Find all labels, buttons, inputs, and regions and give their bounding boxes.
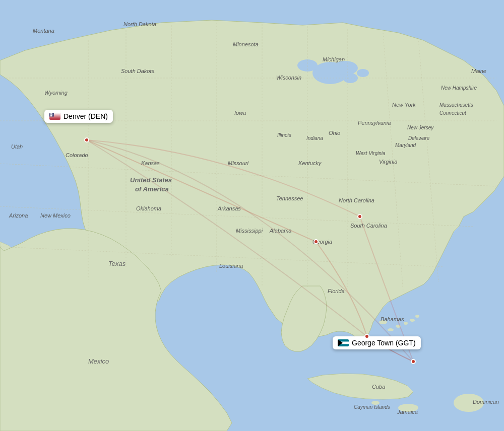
svg-point-4 bbox=[333, 61, 358, 75]
svg-text:Maine: Maine bbox=[471, 68, 486, 74]
us-flag-icon bbox=[49, 113, 60, 120]
svg-text:Oklahoma: Oklahoma bbox=[136, 205, 161, 211]
waypoint-miami bbox=[364, 334, 369, 339]
svg-point-91 bbox=[50, 113, 51, 114]
svg-point-97 bbox=[50, 114, 51, 115]
denver-dot bbox=[84, 137, 89, 142]
george-town-label-text: George Town (GGT) bbox=[352, 339, 416, 347]
svg-text:Ohio: Ohio bbox=[329, 130, 340, 136]
svg-point-98 bbox=[51, 114, 52, 115]
svg-text:Indiana: Indiana bbox=[306, 135, 323, 141]
svg-point-93 bbox=[50, 114, 50, 114]
denver-label[interactable]: Denver (DEN) bbox=[44, 110, 113, 123]
svg-text:Dominican: Dominican bbox=[473, 399, 499, 405]
svg-text:Mississippi: Mississippi bbox=[236, 228, 263, 234]
svg-text:United States: United States bbox=[130, 176, 172, 184]
svg-point-100 bbox=[50, 115, 51, 116]
svg-point-102 bbox=[50, 116, 50, 116]
svg-text:Minnesota: Minnesota bbox=[233, 41, 259, 47]
george-town-dot bbox=[411, 359, 416, 364]
svg-text:South Dakota: South Dakota bbox=[121, 68, 155, 74]
svg-point-106 bbox=[52, 114, 53, 115]
svg-point-103 bbox=[50, 116, 51, 116]
svg-text:New York: New York bbox=[392, 102, 416, 108]
svg-text:Michigan: Michigan bbox=[323, 56, 345, 62]
svg-text:South Carolina: South Carolina bbox=[350, 223, 387, 229]
svg-point-96 bbox=[50, 114, 50, 115]
svg-text:Florida: Florida bbox=[328, 288, 345, 294]
svg-text:Connecticut: Connecticut bbox=[439, 110, 467, 116]
svg-text:Utah: Utah bbox=[11, 143, 23, 150]
bahamas-flag-icon bbox=[338, 339, 349, 346]
svg-text:Massachusetts: Massachusetts bbox=[439, 102, 473, 108]
svg-point-10 bbox=[410, 319, 415, 322]
svg-rect-84 bbox=[49, 117, 60, 117]
svg-point-108 bbox=[52, 115, 53, 116]
svg-text:Mexico: Mexico bbox=[88, 357, 109, 365]
svg-rect-88 bbox=[49, 119, 60, 119]
svg-rect-87 bbox=[49, 118, 60, 119]
svg-rect-86 bbox=[49, 118, 60, 118]
denver-label-text: Denver (DEN) bbox=[64, 112, 108, 120]
svg-text:Montana: Montana bbox=[33, 28, 54, 34]
svg-text:Iowa: Iowa bbox=[234, 110, 246, 116]
svg-point-11 bbox=[415, 315, 419, 318]
svg-text:Delaware: Delaware bbox=[408, 135, 430, 141]
map-container: Montana North Dakota Minnesota Wisconsin… bbox=[0, 0, 504, 431]
waypoint-charlotte bbox=[357, 214, 362, 219]
svg-point-90 bbox=[50, 113, 50, 114]
svg-text:Cuba: Cuba bbox=[372, 384, 385, 390]
svg-text:Kansas: Kansas bbox=[141, 160, 160, 166]
svg-point-9 bbox=[404, 322, 408, 325]
svg-text:Arizona: Arizona bbox=[9, 212, 28, 219]
svg-text:New Hampshire: New Hampshire bbox=[441, 85, 477, 91]
svg-text:North Carolina: North Carolina bbox=[339, 197, 374, 203]
svg-text:Texas: Texas bbox=[108, 260, 126, 267]
svg-point-104 bbox=[51, 116, 52, 116]
svg-point-107 bbox=[52, 115, 53, 115]
svg-text:Wyoming: Wyoming bbox=[44, 90, 68, 96]
svg-text:Arkansas: Arkansas bbox=[217, 205, 241, 211]
svg-point-105 bbox=[52, 113, 53, 114]
svg-text:Virginia: Virginia bbox=[379, 159, 398, 165]
svg-text:West Virginia: West Virginia bbox=[356, 151, 386, 156]
svg-point-92 bbox=[51, 113, 52, 114]
svg-text:Missouri: Missouri bbox=[228, 160, 249, 166]
waypoint-atlanta bbox=[313, 239, 319, 244]
svg-text:Tennessee: Tennessee bbox=[276, 195, 303, 201]
svg-text:Colorado: Colorado bbox=[66, 152, 88, 158]
svg-point-99 bbox=[50, 115, 50, 116]
svg-text:Alabama: Alabama bbox=[269, 228, 291, 234]
svg-text:North Dakota: North Dakota bbox=[123, 21, 156, 27]
svg-text:Wisconsin: Wisconsin bbox=[276, 75, 301, 81]
svg-text:Bahamas: Bahamas bbox=[381, 316, 404, 322]
svg-text:Louisiana: Louisiana bbox=[219, 263, 243, 269]
svg-text:Jamaica: Jamaica bbox=[397, 409, 418, 415]
svg-point-5 bbox=[357, 69, 369, 77]
svg-text:Pennsylvania: Pennsylvania bbox=[358, 120, 391, 126]
svg-point-94 bbox=[50, 114, 51, 114]
svg-rect-85 bbox=[49, 117, 60, 118]
svg-text:New Mexico: New Mexico bbox=[40, 212, 71, 219]
svg-text:Cayman Islands: Cayman Islands bbox=[354, 404, 390, 410]
svg-point-7 bbox=[388, 328, 394, 331]
svg-point-101 bbox=[51, 115, 52, 116]
svg-text:Illinois: Illinois bbox=[277, 132, 291, 138]
svg-text:Maryland: Maryland bbox=[395, 142, 416, 148]
svg-text:New Jersey: New Jersey bbox=[407, 125, 434, 130]
svg-point-95 bbox=[51, 114, 52, 114]
george-town-label[interactable]: George Town (GGT) bbox=[333, 336, 421, 349]
svg-text:of America: of America bbox=[135, 185, 169, 193]
svg-text:Kentucky: Kentucky bbox=[298, 160, 322, 166]
